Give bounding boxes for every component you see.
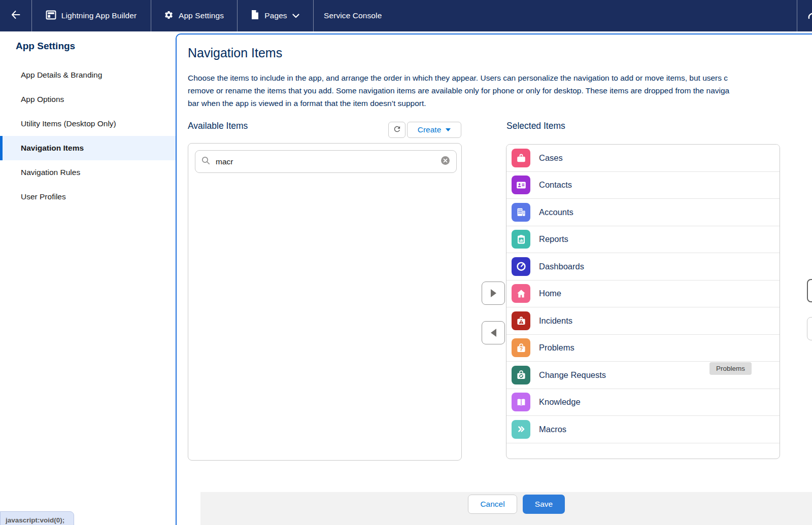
cancel-button[interactable]: Cancel bbox=[468, 495, 517, 514]
sidebar-item-label: Navigation Rules bbox=[21, 168, 80, 177]
navigation-items-panel: Navigation Items Choose the items to inc… bbox=[176, 33, 812, 525]
triangle-left-icon bbox=[491, 329, 496, 337]
settings-sidebar: App Settings App Details & Branding App … bbox=[0, 31, 176, 525]
selected-item-label: Knowledge bbox=[539, 397, 581, 407]
cases-icon bbox=[512, 149, 530, 167]
sidebar-item-app-details-branding[interactable]: App Details & Branding bbox=[0, 63, 176, 87]
page-title: Navigation Items bbox=[188, 46, 282, 60]
search-box bbox=[195, 150, 457, 173]
search-input[interactable] bbox=[215, 157, 436, 167]
page-icon bbox=[251, 10, 259, 22]
selected-items-heading: Selected Items bbox=[506, 121, 565, 131]
caret-down-icon bbox=[446, 128, 451, 131]
selected-item-row-dashboards[interactable]: Dashboards bbox=[506, 253, 780, 281]
sidebar-heading: App Settings bbox=[16, 41, 75, 52]
search-icon bbox=[201, 156, 210, 167]
tab-lightning-app-builder[interactable]: Lightning App Builder bbox=[31, 0, 151, 31]
double-chevron-right-icon bbox=[512, 420, 530, 439]
top-navbar: Lightning App Builder App Settings Pages… bbox=[0, 0, 812, 31]
reorder-down-button[interactable] bbox=[807, 317, 812, 340]
sidebar-item-label: User Profiles bbox=[21, 192, 66, 201]
tab-label: Service Console bbox=[324, 11, 382, 20]
open-book-icon bbox=[512, 393, 530, 411]
sidebar-item-label: Utility Items (Desktop Only) bbox=[21, 119, 116, 128]
tab-pages[interactable]: Pages bbox=[237, 0, 313, 31]
selected-item-label: Macros bbox=[539, 425, 566, 434]
available-items-list bbox=[188, 143, 462, 461]
briefcase-warning-icon bbox=[512, 311, 530, 330]
clipboard-chart-icon bbox=[512, 230, 530, 249]
selected-item-label: Change Requests bbox=[539, 370, 606, 380]
create-button-label: Create bbox=[418, 125, 442, 134]
description-line: bar when the app is viewed in a format t… bbox=[188, 97, 729, 110]
triangle-right-icon bbox=[491, 289, 496, 297]
arrow-left-icon bbox=[10, 10, 21, 22]
app-builder-icon bbox=[46, 10, 56, 22]
selected-item-row-reports[interactable]: Reports bbox=[506, 226, 780, 254]
description-line: Choose the items to include in the app, … bbox=[188, 72, 729, 84]
selected-item-row-problems[interactable]: ? Problems bbox=[506, 335, 780, 362]
sidebar-item-utility-items[interactable]: Utility Items (Desktop Only) bbox=[0, 112, 176, 136]
selected-item-row-incidents[interactable]: Incidents bbox=[506, 307, 780, 335]
gear-icon bbox=[164, 10, 174, 22]
selected-item-row-knowledge[interactable]: Knowledge bbox=[506, 389, 780, 416]
selected-item-label: Incidents bbox=[539, 316, 572, 326]
page-description: Choose the items to include in the app, … bbox=[188, 72, 729, 110]
selected-item-label: Problems bbox=[539, 343, 574, 353]
reorder-up-button[interactable] bbox=[807, 279, 812, 302]
create-button[interactable]: Create bbox=[407, 122, 461, 138]
save-button[interactable]: Save bbox=[523, 495, 565, 514]
footer-bar: Cancel Save bbox=[200, 492, 812, 525]
selected-item-row-home[interactable]: Home bbox=[506, 281, 780, 308]
drag-tooltip: Problems bbox=[709, 362, 752, 375]
tab-label: Pages bbox=[264, 11, 287, 20]
navbar-divider bbox=[797, 0, 797, 31]
sidebar-item-app-options[interactable]: App Options bbox=[0, 87, 176, 112]
sidebar-nav-list: App Details & Branding App Options Utili… bbox=[0, 63, 176, 209]
tab-app-settings[interactable]: App Settings bbox=[151, 0, 237, 31]
briefcase-question-icon: ? bbox=[512, 338, 530, 357]
browser-status-bar: javascript:void(0); bbox=[0, 511, 74, 525]
selected-item-row-accounts[interactable]: Accounts bbox=[506, 199, 780, 226]
contact-card-icon bbox=[512, 176, 530, 194]
back-button[interactable] bbox=[0, 0, 31, 31]
move-to-available-button[interactable] bbox=[482, 321, 505, 344]
available-items-heading: Available Items bbox=[188, 121, 248, 131]
selected-item-label: Dashboards bbox=[539, 262, 584, 271]
house-icon bbox=[512, 284, 530, 303]
sidebar-item-user-profiles[interactable]: User Profiles bbox=[0, 185, 176, 209]
sidebar-item-navigation-rules[interactable]: Navigation Rules bbox=[0, 160, 176, 185]
clear-search-icon[interactable] bbox=[441, 156, 450, 167]
move-to-selected-button[interactable] bbox=[482, 282, 505, 305]
svg-text:?: ? bbox=[519, 345, 522, 352]
selected-item-label: Reports bbox=[539, 234, 568, 244]
selected-item-row-contacts[interactable]: Contacts bbox=[506, 172, 780, 199]
tab-label: Lightning App Builder bbox=[61, 11, 137, 20]
selected-item-row-cases[interactable]: Cases bbox=[506, 145, 780, 172]
selected-item-row-macros[interactable]: Macros bbox=[506, 416, 780, 443]
description-line: remove or rename the items that you add.… bbox=[188, 84, 729, 97]
briefcase-cycle-arrows-icon bbox=[512, 366, 530, 384]
tab-service-console: Service Console bbox=[313, 0, 399, 31]
selected-item-label: Cases bbox=[539, 153, 563, 163]
refresh-icon bbox=[393, 125, 401, 135]
tab-label: App Settings bbox=[179, 11, 224, 20]
status-link-text: javascript:void(0); bbox=[1, 512, 74, 524]
gauge-icon bbox=[512, 257, 530, 276]
buildings-icon bbox=[512, 203, 530, 222]
selected-item-label: Home bbox=[539, 289, 561, 298]
sidebar-item-label: Navigation Items bbox=[21, 144, 84, 153]
sidebar-item-navigation-items[interactable]: Navigation Items bbox=[0, 136, 176, 160]
sidebar-item-label: App Details & Branding bbox=[21, 71, 102, 80]
chevron-down-icon bbox=[292, 11, 299, 20]
selected-items-list: Cases Contacts bbox=[506, 144, 780, 459]
sidebar-item-label: App Options bbox=[21, 95, 64, 104]
undo-icon[interactable] bbox=[803, 0, 812, 31]
refresh-button[interactable] bbox=[388, 122, 405, 138]
selected-item-label: Contacts bbox=[539, 180, 572, 190]
selected-item-label: Accounts bbox=[539, 207, 573, 217]
